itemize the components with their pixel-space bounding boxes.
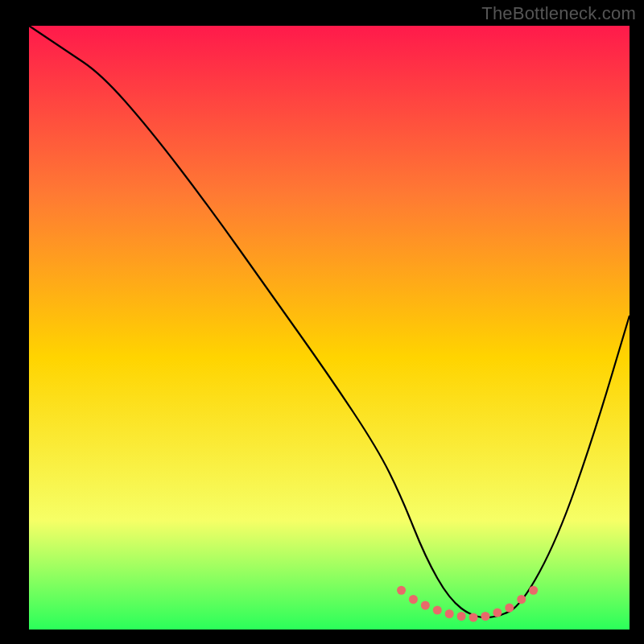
watermark-text: TheBottleneck.com — [481, 3, 636, 24]
optimal-marker — [457, 612, 466, 621]
optimal-marker — [481, 612, 489, 621]
chart-frame: TheBottleneck.com — [0, 0, 644, 644]
optimal-marker — [517, 595, 526, 604]
optimal-marker — [493, 609, 502, 617]
optimal-marker — [433, 606, 442, 615]
optimal-marker — [505, 604, 514, 613]
bottleneck-chart — [0, 0, 644, 644]
optimal-marker — [469, 613, 478, 622]
optimal-marker — [397, 586, 406, 595]
optimal-marker — [529, 586, 538, 595]
optimal-marker — [445, 609, 454, 618]
optimal-marker — [409, 595, 418, 604]
optimal-marker — [421, 601, 430, 610]
plot-background — [29, 26, 630, 630]
